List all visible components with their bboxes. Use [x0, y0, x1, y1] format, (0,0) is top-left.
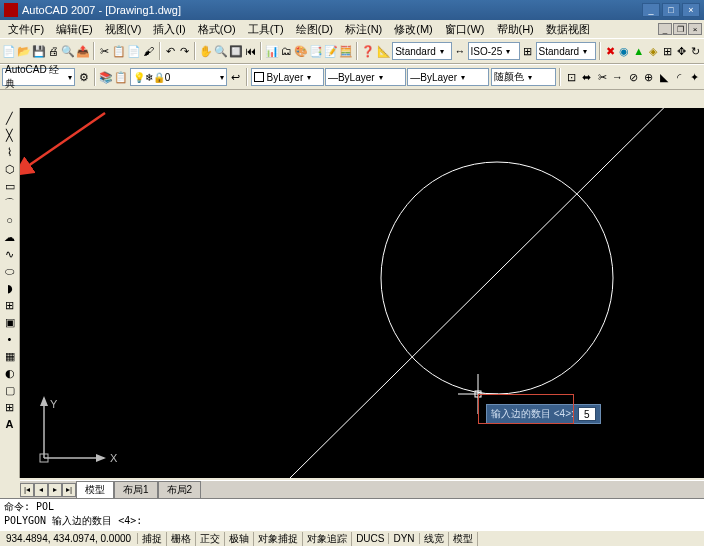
region-icon[interactable]: ▢: [2, 382, 18, 398]
table-style-icon[interactable]: ⊞: [521, 42, 534, 60]
zoom-prev-icon[interactable]: ⏮: [244, 42, 257, 60]
menu-format[interactable]: 格式(O): [192, 21, 242, 38]
preview-icon[interactable]: 🔍: [61, 42, 75, 60]
chamfer-icon[interactable]: ◣: [657, 68, 671, 86]
osnap-toggle[interactable]: 对象捕捉: [254, 532, 303, 546]
move-icon[interactable]: ✥: [675, 42, 688, 60]
menu-tools[interactable]: 工具(T): [242, 21, 290, 38]
menu-window[interactable]: 窗口(W): [439, 21, 491, 38]
table-style-dropdown[interactable]: Standard▾: [536, 42, 596, 60]
redo-icon[interactable]: ↷: [178, 42, 191, 60]
plot-icon[interactable]: 🖨: [47, 42, 60, 60]
calc-icon[interactable]: 🧮: [339, 42, 353, 60]
ortho-toggle[interactable]: 正交: [196, 532, 225, 546]
minimize-button[interactable]: _: [642, 3, 660, 17]
undo-icon[interactable]: ↶: [164, 42, 177, 60]
table-icon[interactable]: ⊞: [2, 399, 18, 415]
menu-dimension[interactable]: 标注(N): [339, 21, 388, 38]
coordinate-display[interactable]: 934.4894, 434.0974, 0.0000: [0, 533, 138, 544]
dim-style-icon[interactable]: 📐: [377, 42, 391, 60]
insert-block-icon[interactable]: ⊞: [2, 297, 18, 313]
tab-model[interactable]: 模型: [76, 481, 114, 498]
rotate-icon[interactable]: ↻: [689, 42, 702, 60]
linetype-dropdown[interactable]: — ByLayer▾: [325, 68, 406, 86]
grid-toggle[interactable]: 栅格: [167, 532, 196, 546]
menu-view[interactable]: 视图(V): [99, 21, 148, 38]
line-icon[interactable]: ╱: [2, 110, 18, 126]
lwt-toggle[interactable]: 线宽: [420, 532, 449, 546]
array-icon[interactable]: ⊞: [660, 42, 673, 60]
model-toggle[interactable]: 模型: [449, 532, 478, 546]
lineweight-dropdown[interactable]: — ByLayer▾: [407, 68, 488, 86]
paste-icon[interactable]: 📄: [127, 42, 141, 60]
trim-icon[interactable]: ✂: [595, 68, 609, 86]
xline-icon[interactable]: ╳: [2, 127, 18, 143]
mdi-close[interactable]: ×: [688, 23, 702, 35]
workspace-settings-icon[interactable]: ⚙: [76, 68, 90, 86]
scale-icon[interactable]: ⊡: [564, 68, 578, 86]
make-block-icon[interactable]: ▣: [2, 314, 18, 330]
drawing-canvas[interactable]: Y X 输入边的数目 <4>:: [20, 108, 704, 478]
fillet-icon[interactable]: ◜: [672, 68, 686, 86]
dim-style-dropdown[interactable]: ISO-25▾: [468, 42, 521, 60]
maximize-button[interactable]: □: [662, 3, 680, 17]
arc-icon[interactable]: ⌒: [2, 195, 18, 211]
properties-icon[interactable]: 📊: [265, 42, 279, 60]
layer-prev-icon[interactable]: ↩: [228, 68, 242, 86]
ellipse-arc-icon[interactable]: ◗: [2, 280, 18, 296]
zoom-window-icon[interactable]: 🔲: [229, 42, 243, 60]
tab-layout1[interactable]: 布局1: [114, 481, 158, 498]
point-icon[interactable]: •: [2, 331, 18, 347]
menu-file[interactable]: 文件(F): [2, 21, 50, 38]
menu-modify[interactable]: 修改(M): [388, 21, 439, 38]
sheet-set-icon[interactable]: 📑: [309, 42, 323, 60]
circle-icon[interactable]: ○: [2, 212, 18, 228]
pan-icon[interactable]: ✋: [199, 42, 213, 60]
mdi-minimize[interactable]: _: [658, 23, 672, 35]
menu-draw[interactable]: 绘图(D): [290, 21, 339, 38]
spline-icon[interactable]: ∿: [2, 246, 18, 262]
tool-palette-icon[interactable]: 🎨: [294, 42, 308, 60]
stretch-icon[interactable]: ⬌: [580, 68, 594, 86]
markup-icon[interactable]: 📝: [324, 42, 338, 60]
polygon-icon[interactable]: ⬡: [2, 161, 18, 177]
gradient-icon[interactable]: ◐: [2, 365, 18, 381]
erase-icon[interactable]: ✖: [604, 42, 617, 60]
close-button[interactable]: ×: [682, 3, 700, 17]
extend-icon[interactable]: →: [610, 68, 624, 86]
tab-first-icon[interactable]: |◂: [20, 483, 34, 497]
mdi-restore[interactable]: ❐: [673, 23, 687, 35]
tab-prev-icon[interactable]: ◂: [34, 483, 48, 497]
layer-prop-icon[interactable]: 📚: [99, 68, 113, 86]
break-icon[interactable]: ⊘: [626, 68, 640, 86]
hatch-icon[interactable]: ▦: [2, 348, 18, 364]
polyline-icon[interactable]: ⌇: [2, 144, 18, 160]
polar-toggle[interactable]: 极轴: [225, 532, 254, 546]
join-icon[interactable]: ⊕: [641, 68, 655, 86]
tab-last-icon[interactable]: ▸|: [62, 483, 76, 497]
offset-icon[interactable]: ◈: [646, 42, 659, 60]
copy-icon[interactable]: 📋: [112, 42, 126, 60]
workspace-dropdown[interactable]: AutoCAD 经典▾: [2, 68, 75, 86]
zoom-icon[interactable]: 🔍: [214, 42, 228, 60]
new-icon[interactable]: 📄: [2, 42, 16, 60]
design-center-icon[interactable]: 🗂: [280, 42, 293, 60]
match-icon[interactable]: 🖌: [142, 42, 155, 60]
dyn-toggle[interactable]: DYN: [389, 533, 419, 544]
layer-dropdown[interactable]: 💡❄🔒0▾: [130, 68, 227, 86]
menu-dataview[interactable]: 数据视图: [540, 21, 596, 38]
tab-next-icon[interactable]: ▸: [48, 483, 62, 497]
explode-icon[interactable]: ✦: [688, 68, 702, 86]
menu-help[interactable]: 帮助(H): [491, 21, 540, 38]
ellipse-icon[interactable]: ⬭: [2, 263, 18, 279]
otrack-toggle[interactable]: 对象追踪: [303, 532, 352, 546]
text-style-dropdown[interactable]: Standard▾: [392, 42, 452, 60]
revcloud-icon[interactable]: ☁: [2, 229, 18, 245]
save-icon[interactable]: 💾: [32, 42, 46, 60]
tab-layout2[interactable]: 布局2: [158, 481, 202, 498]
plot-style-dropdown[interactable]: 随颜色▾: [491, 68, 556, 86]
dim-icon[interactable]: ↔: [453, 42, 466, 60]
command-window[interactable]: 命令: POL POLYGON 输入边的数目 <4>:: [0, 498, 704, 530]
dynamic-input-field[interactable]: [578, 407, 596, 421]
menu-insert[interactable]: 插入(I): [147, 21, 191, 38]
